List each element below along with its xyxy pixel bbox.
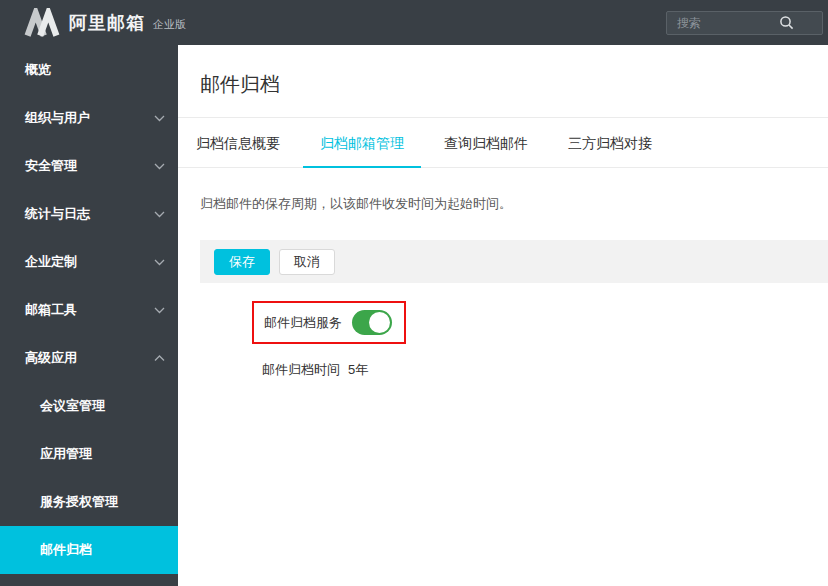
search-icon[interactable] bbox=[779, 15, 795, 31]
tab-archive-mailbox-management[interactable]: 归档邮箱管理 bbox=[303, 118, 421, 167]
toggle-knob bbox=[369, 312, 390, 333]
archive-time-label: 邮件归档时间 bbox=[262, 361, 340, 379]
sidebar-subitem-meeting-room[interactable]: 会议室管理 bbox=[0, 382, 178, 430]
save-button[interactable]: 保存 bbox=[214, 249, 270, 275]
archive-time-value: 5年 bbox=[348, 361, 368, 379]
chevron-down-icon bbox=[154, 307, 165, 314]
chevron-up-icon bbox=[154, 355, 165, 362]
sidebar-item-label: 安全管理 bbox=[25, 157, 77, 175]
search-box bbox=[666, 11, 823, 35]
annotation-box: 邮件归档服务 bbox=[252, 301, 406, 344]
sidebar-item-label: 邮件归档 bbox=[40, 541, 92, 559]
sidebar: 概览 组织与用户 安全管理 统计与日志 企业定制 邮箱工具 bbox=[0, 45, 178, 586]
alimail-admin-screen: 阿里邮箱 企业版 概览 组织与用户 安全管理 统计与日志 bbox=[0, 0, 828, 586]
sidebar-item-label: 邮箱工具 bbox=[25, 301, 77, 319]
chevron-down-icon bbox=[154, 163, 165, 170]
sidebar-subitem-app-management[interactable]: 应用管理 bbox=[0, 430, 178, 478]
page-header: 邮件归档 bbox=[178, 45, 828, 118]
chevron-down-icon bbox=[154, 259, 165, 266]
sidebar-item-label: 会议室管理 bbox=[40, 397, 105, 415]
sidebar-item-advanced-apps[interactable]: 高级应用 bbox=[0, 334, 178, 382]
tab-third-party-archive[interactable]: 三方归档对接 bbox=[551, 118, 669, 167]
chevron-down-icon bbox=[154, 115, 165, 122]
brand: 阿里邮箱 企业版 bbox=[24, 8, 186, 38]
topbar: 阿里邮箱 企业版 bbox=[0, 0, 828, 45]
main-content: 邮件归档 归档信息概要 归档邮箱管理 查询归档邮件 三方归档对接 归档邮件的保存… bbox=[178, 45, 828, 586]
sidebar-subitem-service-auth[interactable]: 服务授权管理 bbox=[0, 478, 178, 526]
sidebar-item-label: 概览 bbox=[25, 61, 51, 79]
sidebar-item-overview[interactable]: 概览 bbox=[0, 46, 178, 94]
brand-badge: 企业版 bbox=[153, 17, 186, 32]
archive-period-description: 归档邮件的保存周期，以该邮件收发时间为起始时间。 bbox=[200, 195, 828, 213]
sidebar-item-security[interactable]: 安全管理 bbox=[0, 142, 178, 190]
sidebar-item-label: 组织与用户 bbox=[25, 109, 90, 127]
sidebar-item-label: 高级应用 bbox=[25, 349, 77, 367]
sidebar-item-mail-tools[interactable]: 邮箱工具 bbox=[0, 286, 178, 334]
sidebar-item-stats-logs[interactable]: 统计与日志 bbox=[0, 190, 178, 238]
tab-query-archived-mail[interactable]: 查询归档邮件 bbox=[427, 118, 545, 167]
sidebar-item-label: 应用管理 bbox=[40, 445, 92, 463]
brand-name: 阿里邮箱 bbox=[69, 11, 145, 35]
archive-time-row: 邮件归档时间 5年 bbox=[262, 361, 828, 379]
tab-archive-overview[interactable]: 归档信息概要 bbox=[179, 118, 297, 167]
archive-service-label: 邮件归档服务 bbox=[264, 314, 342, 332]
tab-bar: 归档信息概要 归档邮箱管理 查询归档邮件 三方归档对接 bbox=[178, 118, 828, 168]
search-input[interactable] bbox=[666, 11, 823, 35]
chevron-down-icon bbox=[154, 211, 165, 218]
archive-service-toggle[interactable] bbox=[352, 310, 392, 335]
cancel-button[interactable]: 取消 bbox=[279, 249, 335, 275]
sidebar-item-label: 服务授权管理 bbox=[40, 493, 118, 511]
sidebar-item-label: 统计与日志 bbox=[25, 205, 90, 223]
page-title: 邮件归档 bbox=[200, 71, 828, 98]
sidebar-item-org-users[interactable]: 组织与用户 bbox=[0, 94, 178, 142]
sidebar-item-label: 企业定制 bbox=[25, 253, 77, 271]
sidebar-subitem-mail-archive[interactable]: 邮件归档 bbox=[0, 526, 178, 574]
sidebar-item-enterprise-custom[interactable]: 企业定制 bbox=[0, 238, 178, 286]
alimail-logo-icon bbox=[24, 8, 60, 38]
action-toolbar: 保存 取消 bbox=[200, 240, 828, 283]
